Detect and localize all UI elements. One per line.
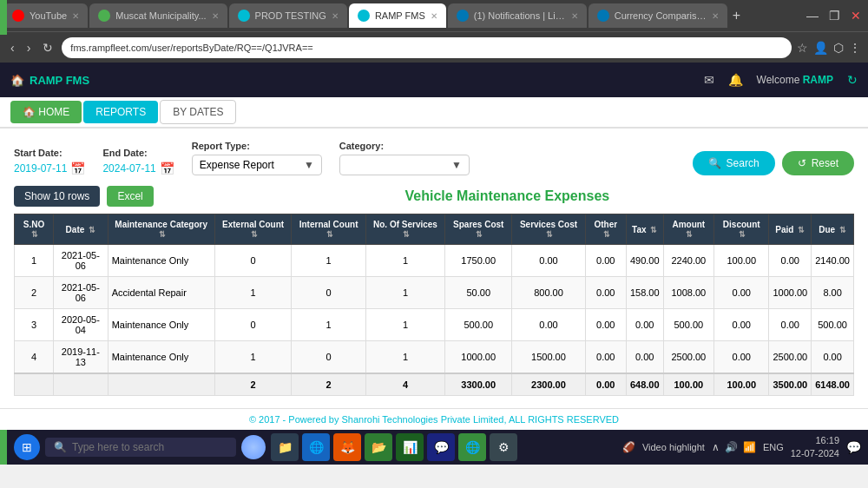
taskbar-app-chrome[interactable]: 🌐 [458,433,486,461]
address-icons: ☆ 👤 ⬡ ⋮ [797,41,861,55]
lang-badge: ENG [763,442,784,452]
col-services-cost[interactable]: Services Cost ⇅ [512,214,585,245]
cell-services: 1 [365,341,444,374]
taskbar-app-firefox[interactable]: 🦊 [333,433,361,461]
tab-ramp-close[interactable]: ✕ [431,11,437,21]
col-tax[interactable]: Tax ⇅ [626,214,663,245]
cell-cat: Maintenance Only [108,341,214,374]
username-text[interactable]: RAMP [803,74,833,86]
tab-prod-close[interactable]: ✕ [332,11,339,21]
col-maint-cat[interactable]: Maintenance Category ⇅ [108,214,214,245]
new-tab-button[interactable]: + [729,4,744,27]
total-cat [108,373,214,396]
category-select[interactable]: ▼ [339,155,470,175]
taskbar-app-explorer[interactable]: 📂 [365,433,392,461]
profile-icon[interactable]: 👤 [813,41,828,55]
cell-ext: 0 [214,245,292,277]
taskbar-app-files[interactable]: 📁 [271,433,299,461]
speaker-icon[interactable]: 🔊 [725,441,738,453]
tab-muscat[interactable]: Muscat Municipality... ✕ [89,3,227,28]
col-int-count[interactable]: Internal Count ⇅ [292,214,365,245]
col-amount[interactable]: Amount ⇅ [663,214,714,245]
app-logo: 🏠 RAMP FMS [10,74,89,87]
tab-currency-close[interactable]: ✕ [712,11,719,21]
col-discount[interactable]: Discount ⇅ [714,214,769,245]
total-discount: 100.00 [714,373,769,396]
tab-youtube[interactable]: YouTube ✕ [3,3,88,28]
taskbar-search-box[interactable]: 🔍 [45,438,236,457]
col-ext-count[interactable]: External Count ⇅ [214,214,292,245]
muscat-icon [98,10,110,22]
table-row: 1 2021-05-06 Maintenance Only 0 1 1 1750… [15,245,854,277]
reports-button[interactable]: REPORTS [83,101,158,123]
search-button[interactable]: 🔍 Search [693,151,775,175]
search-button-label: Search [727,157,760,169]
bell-icon[interactable]: 🔔 [728,73,743,87]
reload-button[interactable]: ↻ [39,39,56,56]
report-type-group: Report Type: Expense Report ▼ [192,141,322,175]
extension-icon[interactable]: ⬡ [833,41,844,55]
minimize-button[interactable]: — [803,7,822,24]
col-no-services[interactable]: No. Of Services ⇅ [365,214,444,245]
home-button[interactable]: 🏠 HOME [10,101,82,123]
cell-due: 0.00 [812,341,854,374]
cell-servcost: 0.00 [512,309,585,341]
bookmark-icon[interactable]: ☆ [797,41,808,55]
cell-discount: 100.00 [714,245,769,277]
search-reset-group: 🔍 Search ↺ Reset [693,151,854,175]
cell-servcost: 0.00 [512,245,585,277]
start-date-value[interactable]: 2019-07-11 [14,162,67,175]
report-type-arrow-icon: ▼ [304,159,314,171]
taskbar-notification-icon[interactable]: 💬 [846,440,861,454]
tab-currency[interactable]: Currency Compariso... ✕ [589,3,727,28]
total-paid: 3500.00 [769,373,812,396]
total-amount: 100.00 [663,373,714,396]
bydates-button[interactable]: BY DATES [160,100,236,124]
cell-other: 0.00 [585,277,626,309]
col-sno[interactable]: S.NO ⇅ [15,214,54,245]
col-spares-cost[interactable]: Spares Cost ⇅ [445,214,512,245]
tab-youtube-close[interactable]: ✕ [72,11,79,21]
taskbar-search-input[interactable] [72,441,211,453]
tab-ramp-label: RAMP FMS [375,10,425,21]
url-box[interactable]: fms.rampfleet.com/user/reportsByDate/RQ=… [62,37,792,58]
excel-button[interactable]: Excel [107,186,153,207]
tab-linkedin-close[interactable]: ✕ [571,11,578,21]
tab-ramp[interactable]: RAMP FMS ✕ [349,3,446,28]
taskbar-app-edge[interactable]: 🌐 [302,433,330,461]
content-area: Start Date: 2019-07-11 📅 End Date: 2024-… [0,129,868,408]
taskbar-app-settings[interactable]: ⚙ [490,433,517,461]
back-button[interactable]: ‹ [7,39,18,56]
end-date-value[interactable]: 2024-07-11 [102,162,155,175]
refresh-icon[interactable]: ↻ [847,73,858,87]
network-icon[interactable]: 📶 [743,441,756,453]
start-date-calendar-icon[interactable]: 📅 [70,162,85,175]
cell-date: 2019-11-13 [54,341,108,374]
col-date[interactable]: Date ⇅ [54,214,108,245]
mail-icon[interactable]: ✉ [704,73,714,87]
col-other[interactable]: Other ⇅ [585,214,626,245]
forward-button[interactable]: › [23,39,35,56]
taskbar-cortana[interactable] [241,435,266,459]
maximize-button[interactable]: ❐ [825,7,844,24]
reset-button[interactable]: ↺ Reset [782,151,854,175]
taskbar-app-excel[interactable]: 📊 [396,433,424,461]
windows-button[interactable]: ⊞ [14,434,40,460]
tab-linkedin[interactable]: (1) Notifications | Lin... ✕ [448,3,587,28]
tab-muscat-close[interactable]: ✕ [212,11,219,21]
tab-prod[interactable]: PROD TESTING ✕ [229,3,347,28]
menu-icon[interactable]: ⋮ [849,41,861,55]
report-type-select[interactable]: Expense Report ▼ [192,155,322,175]
show-rows-button[interactable]: Show 10 rows [14,186,100,207]
taskbar-app-whatsapp[interactable]: 💬 [427,433,455,461]
home-nav-icon[interactable]: 🏠 [10,74,24,87]
taskbar-up-arrow-icon[interactable]: ∧ [712,441,720,453]
cell-discount: 0.00 [714,341,769,374]
col-paid[interactable]: Paid ⇅ [769,214,812,245]
col-due[interactable]: Due ⇅ [812,214,854,245]
end-date-calendar-icon[interactable]: 📅 [160,162,174,175]
nav-bar: 🏠 HOME REPORTS BY DATES [0,97,868,129]
cell-due: 8.00 [812,277,854,309]
close-button[interactable]: ✕ [847,7,865,24]
cell-servcost: 1500.00 [512,341,585,374]
